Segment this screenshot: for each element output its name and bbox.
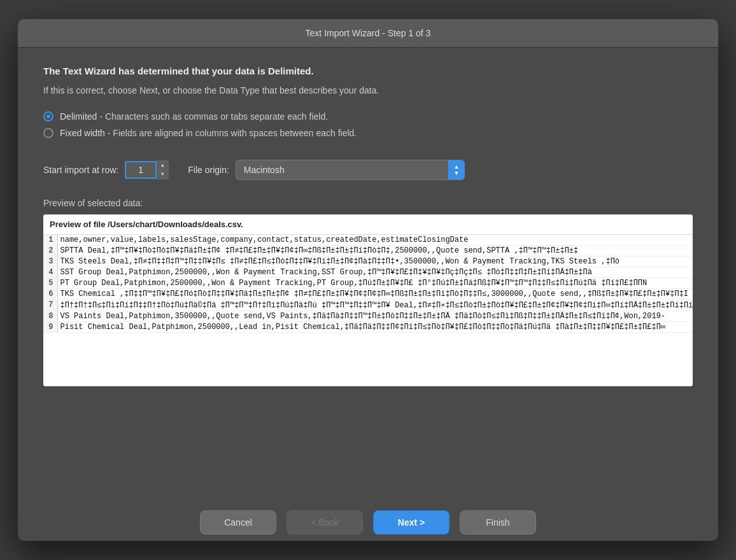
table-row: 6TKS Chemical ,‡Π‡‡Π™‡Π¥‡Π£‡Πó‡Πò‡Π‡‡Π¥‡…: [43, 289, 693, 300]
row-content: ‡Π†‡Π†‡Π≤‡Πì‡Πí‡Π‡‡Π†‡Πò‡Πú‡Πä©‡Πá ‡Π™‡Π…: [57, 300, 693, 311]
row-number: 5: [43, 278, 57, 289]
radio-delimited[interactable]: Delimited - Characters such as commas or…: [43, 111, 693, 122]
table-row: 1name,owner,value,labels,salesStage,comp…: [43, 235, 693, 246]
button-bar: Cancel < Back Next > Finish: [18, 498, 718, 541]
title-bar: Text Import Wizard - Step 1 of 3: [18, 19, 718, 48]
row-content: SST Group Deal,Patphimon,2500000,,Won & …: [57, 267, 693, 278]
row-content: Pisit Chemical Deal,Patphimon,2500000,,L…: [57, 322, 693, 333]
finish-button[interactable]: Finish: [460, 510, 536, 535]
start-row-input[interactable]: [125, 161, 157, 179]
intro-text: If this is correct, choose Next, or choo…: [43, 84, 693, 97]
row-number: 4: [43, 267, 57, 278]
intro-bold: The Text Wizard has determined that your…: [43, 66, 693, 76]
row-number: 8: [43, 311, 57, 322]
back-button[interactable]: < Back: [287, 510, 363, 535]
radio-delimited-label: Delimited: [60, 111, 97, 122]
preview-filename: Preview of file /Users/chart/Downloads/d…: [43, 214, 693, 235]
row-content: TKS Chemical ,‡Π‡‡Π™‡Π¥‡Π£‡Πó‡Πò‡Π‡‡Π¥‡Π…: [57, 289, 693, 300]
file-origin-select-wrapper: Macintosh Windows DOS/OS2 UTF-8 Unicode …: [236, 160, 465, 180]
spinner-buttons: ▲ ▼: [157, 160, 169, 179]
table-row: 3TKS Steels Deal,‡Π≠‡Π‡‡Π‡Π™‡Π‡‡Π¥‡Π≤ ‡Π…: [43, 256, 693, 267]
cancel-button[interactable]: Cancel: [200, 510, 276, 535]
row-number: 9: [43, 322, 57, 333]
row-content: PT Group Deal,Patphimon,2500000,,Won & P…: [57, 278, 693, 289]
row-content: VS Paints Deal,Patphimon,3500000,,Quote …: [57, 311, 693, 322]
form-row: Start import at row: ▲ ▼ File origin: Ma…: [43, 160, 693, 180]
radio-fixed-width-label: Fixed width: [60, 128, 105, 138]
row-content: TKS Steels Deal,‡Π≠‡Π‡‡Π‡Π™‡Π‡‡Π¥‡Π≤ ‡Π≠…: [57, 256, 693, 267]
file-origin-group: File origin: Macintosh Windows DOS/OS2 U…: [188, 160, 465, 180]
row-number: 6: [43, 289, 57, 300]
dialog: Text Import Wizard - Step 1 of 3 The Tex…: [18, 19, 718, 541]
row-number: 7: [43, 300, 57, 311]
preview-table: 1name,owner,value,labels,salesStage,comp…: [43, 235, 693, 333]
row-number: 3: [43, 256, 57, 267]
next-button[interactable]: Next >: [373, 510, 449, 535]
file-origin-select[interactable]: Macintosh Windows DOS/OS2 UTF-8 Unicode: [236, 160, 465, 180]
preview-data[interactable]: 1name,owner,value,labels,salesStage,comp…: [43, 235, 693, 386]
dialog-content: The Text Wizard has determined that your…: [18, 48, 718, 498]
row-number: 1: [43, 235, 57, 246]
radio-delimited-desc: - Characters such as commas or tabs sepa…: [99, 111, 328, 122]
row-spinner: ▲ ▼: [125, 160, 169, 179]
radio-fixed-width-desc: - Fields are aligned in columns with spa…: [108, 128, 357, 138]
table-row: 2SPTTA Deal,‡Π™‡Π¥‡Πò‡Πò‡Π¥‡Πä‡Π±‡Π¢ ‡Π≠…: [43, 246, 693, 256]
table-row: 4SST Group Deal,Patphimon,2500000,,Won &…: [43, 267, 693, 278]
row-content: SPTTA Deal,‡Π™‡Π¥‡Πò‡Πò‡Π¥‡Πä‡Π±‡Π¢ ‡Π≠‡…: [57, 246, 693, 256]
preview-section-title: Preview of selected data:: [43, 198, 693, 208]
dialog-title: Text Import Wizard - Step 1 of 3: [306, 28, 431, 38]
radio-fixed-width-input[interactable]: [43, 128, 53, 138]
table-row: 9Pisit Chemical Deal,Patphimon,2500000,,…: [43, 322, 693, 333]
preview-box: Preview of file /Users/chart/Downloads/d…: [43, 214, 693, 386]
table-row: 8VS Paints Deal,Patphimon,3500000,,Quote…: [43, 311, 693, 322]
spinner-down[interactable]: ▼: [157, 170, 168, 179]
data-type-radio-group: Delimited - Characters such as commas or…: [43, 111, 693, 144]
start-import-label: Start import at row:: [43, 165, 118, 175]
file-origin-label: File origin:: [188, 165, 229, 175]
radio-fixed-width[interactable]: Fixed width - Fields are aligned in colu…: [43, 128, 693, 138]
row-number: 2: [43, 246, 57, 256]
row-content: name,owner,value,labels,salesStage,compa…: [57, 235, 693, 246]
preview-section: Preview of selected data: Preview of fil…: [43, 198, 693, 485]
table-row: 5PT Group Deal,Patphimon,2500000,,Won & …: [43, 278, 693, 289]
radio-delimited-input[interactable]: [43, 111, 53, 122]
spinner-up[interactable]: ▲: [157, 161, 168, 170]
table-row: 7‡Π†‡Π†‡Π≤‡Πì‡Πí‡Π‡‡Π†‡Πò‡Πú‡Πä©‡Πá ‡Π™‡…: [43, 300, 693, 311]
start-import-group: Start import at row: ▲ ▼: [43, 160, 169, 179]
